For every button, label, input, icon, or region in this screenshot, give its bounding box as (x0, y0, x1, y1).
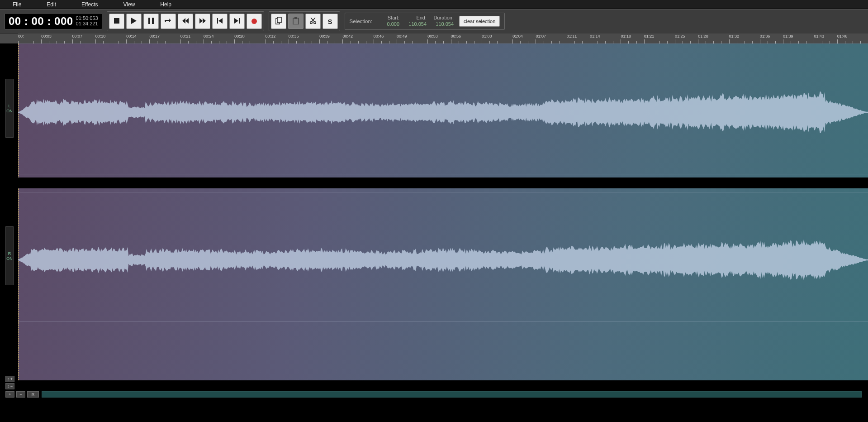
time-position: 00 : 00 : 000 (9, 15, 73, 28)
skip-end-icon (234, 18, 240, 25)
skip-start-button[interactable] (212, 14, 228, 29)
hzoom-out-button[interactable]: − (16, 391, 25, 398)
edit-panel: S (269, 11, 340, 31)
svg-rect-14 (293, 18, 299, 24)
selection-end: End: 110.054 (405, 15, 427, 28)
toolbar: 00 : 00 : 000 01:50:053 01:34:221 S Sele… (0, 9, 868, 34)
record-icon (251, 19, 257, 24)
play-button[interactable] (126, 14, 142, 29)
timeline-ruler[interactable]: 00: 00:0300:0700:1000:1400:1700:2100:240… (18, 34, 868, 43)
svg-rect-11 (239, 18, 240, 24)
ruler-label: 01:39 (783, 34, 793, 38)
ruler-label: 00:49 (397, 34, 407, 38)
ruler-label: 00:03 (41, 34, 52, 38)
selection-start-val: 0.000 (387, 21, 400, 28)
svg-marker-10 (234, 18, 238, 24)
ruler-label: 01:43 (814, 34, 824, 38)
cut-button[interactable] (305, 14, 321, 29)
ruler-label: 00:21 (180, 34, 191, 38)
vzoom-in-button[interactable]: ↕ + (5, 376, 14, 382)
ruler-label: 00:24 (204, 34, 214, 38)
ruler-label: 01:36 (760, 34, 770, 38)
forward-icon (199, 18, 206, 25)
vzoom-out-button[interactable]: ↕ − (5, 383, 14, 389)
ruler-label: 00:32 (266, 34, 276, 38)
selection-start: Start: 0.000 (378, 15, 399, 28)
ruler-label: 01:28 (698, 34, 708, 38)
channel-left-on: ON (6, 109, 13, 113)
svg-rect-8 (217, 18, 218, 24)
ruler-label: 00:46 (374, 34, 384, 38)
svg-marker-7 (203, 18, 206, 24)
clear-selection-button[interactable]: clear selection (459, 16, 500, 27)
play-icon (131, 18, 137, 25)
channel-right-ch: R (8, 251, 11, 256)
tracks-area[interactable] (18, 43, 868, 380)
scrollbar-thumb[interactable] (42, 392, 861, 397)
svg-rect-2 (148, 18, 150, 24)
loop-icon (165, 18, 172, 25)
channel-left-label[interactable]: L ON (5, 79, 14, 138)
vzoom-controls: ↕ + ↕ − (5, 376, 14, 389)
waveform-left[interactable] (18, 85, 868, 139)
ruler-label: 00: (18, 34, 24, 38)
horizontal-scrollbar[interactable] (42, 391, 862, 398)
bottom-controls: ↕ + ↕ − + − |R| (0, 380, 868, 408)
rewind-button[interactable] (178, 14, 193, 29)
channel-left-ch: L (8, 104, 10, 108)
rewind-icon (182, 18, 189, 25)
copy-button[interactable] (271, 14, 286, 29)
paste-button[interactable] (288, 14, 304, 29)
waveform-right[interactable] (18, 233, 868, 287)
ruler-label: 01:11 (567, 34, 577, 38)
ruler-label: 01:00 (482, 34, 492, 38)
menu-effects[interactable]: Effects (69, 1, 110, 8)
hzoom-in-button[interactable]: + (5, 391, 14, 398)
ruler-label: 00:39 (319, 34, 330, 38)
ruler-label: 01:07 (536, 34, 546, 38)
loop-button[interactable] (161, 14, 176, 29)
menu-view[interactable]: View (111, 1, 148, 8)
svg-rect-0 (114, 18, 119, 24)
ruler-label: 01:14 (590, 34, 600, 38)
ruler-label: 01:04 (512, 34, 523, 38)
menu-edit[interactable]: Edit (34, 1, 69, 8)
script-button[interactable]: S (323, 14, 338, 29)
copy-icon (275, 17, 282, 26)
channel-right-label[interactable]: R ON (5, 226, 14, 285)
time-remaining: 01:34:221 (76, 21, 98, 27)
ruler-label: 00:35 (289, 34, 299, 38)
forward-button[interactable] (195, 14, 210, 29)
ruler-label: 00:17 (149, 34, 160, 38)
menu-help[interactable]: Help (147, 1, 184, 8)
ruler-label: 00:42 (342, 34, 353, 38)
time-display: 00 : 00 : 000 01:50:053 01:34:221 (5, 13, 102, 29)
time-meta: 01:50:053 01:34:221 (76, 16, 98, 26)
svg-rect-3 (152, 18, 154, 24)
workspace: L ON R ON ↕ + ↕ − + − |R| (0, 43, 868, 408)
ruler-label: 01:32 (729, 34, 740, 38)
selection-end-hdr: End: (416, 15, 427, 21)
svg-marker-1 (131, 18, 137, 24)
stop-icon (114, 18, 119, 25)
ruler-label: 00:07 (72, 34, 83, 38)
menu-file[interactable]: File (0, 1, 34, 8)
hzoom-controls: + − |R| (5, 391, 39, 398)
ruler-label: 01:21 (644, 34, 655, 38)
svg-marker-4 (182, 18, 185, 24)
ruler-label: 00:14 (126, 34, 137, 38)
pause-button[interactable] (143, 14, 159, 29)
ruler-label: 00:28 (234, 34, 245, 38)
skip-end-button[interactable] (229, 14, 245, 29)
stop-button[interactable] (109, 14, 124, 29)
paste-icon (293, 17, 299, 26)
scissors-icon (309, 17, 317, 26)
hzoom-reset-button[interactable]: |R| (27, 391, 39, 398)
skip-start-icon (217, 18, 223, 25)
selection-dur-hdr: Duration: (433, 15, 454, 21)
selection-duration: Duration: 110.054 (432, 15, 454, 28)
record-button[interactable] (247, 14, 262, 29)
svg-marker-6 (199, 18, 203, 24)
selection-dur-val: 110.054 (436, 21, 454, 28)
selection-start-hdr: Start: (388, 15, 399, 21)
